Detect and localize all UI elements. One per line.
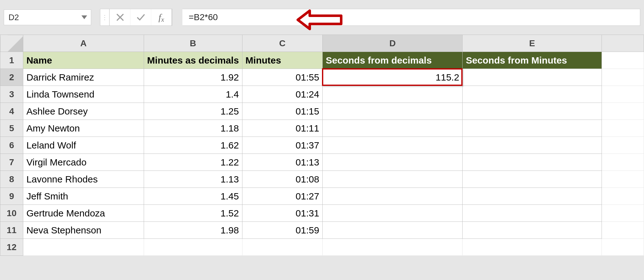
col-header-C[interactable]: C — [242, 35, 322, 52]
cell-dec[interactable]: 1.62 — [144, 137, 242, 154]
cell-dec[interactable]: 1.52 — [144, 205, 242, 222]
spreadsheet-grid[interactable]: A B C D E 1 Name Minutes as decimals Min… — [0, 35, 644, 256]
cell-blank[interactable] — [602, 137, 644, 154]
cell-sec-min[interactable] — [463, 205, 602, 222]
header-name[interactable]: Name — [23, 52, 144, 69]
cell-sec-dec[interactable] — [323, 205, 463, 222]
formula-bar-input[interactable]: =B2*60 — [182, 9, 640, 26]
cell-name[interactable]: Darrick Ramirez — [23, 69, 144, 86]
cell-name[interactable]: Gertrude Mendoza — [23, 205, 144, 222]
col-header-B[interactable]: B — [144, 35, 242, 52]
cell-dec[interactable]: 1.98 — [144, 222, 242, 239]
cell-min[interactable]: 01:31 — [242, 205, 322, 222]
cell-blank[interactable] — [323, 239, 463, 256]
cell-blank[interactable] — [23, 239, 144, 256]
cell-dec[interactable]: 1.22 — [144, 154, 242, 171]
cell-sec-dec[interactable] — [323, 137, 463, 154]
cell-min[interactable]: 01:59 — [242, 222, 322, 239]
col-header-E[interactable]: E — [463, 35, 602, 52]
cell-name[interactable]: Virgil Mercado — [23, 154, 144, 171]
cell-dec[interactable]: 1.45 — [144, 188, 242, 205]
row-header[interactable]: 5 — [0, 120, 23, 137]
row-header[interactable]: 4 — [0, 103, 23, 120]
cell-dec[interactable]: 1.25 — [144, 103, 242, 120]
cell-sec-dec[interactable] — [323, 188, 463, 205]
cell-blank[interactable] — [602, 52, 644, 69]
cell-blank[interactable] — [602, 69, 644, 86]
cell-blank[interactable] — [602, 120, 644, 137]
cell-blank[interactable] — [144, 239, 242, 256]
cell-min[interactable]: 01:37 — [242, 137, 322, 154]
cell-sec-dec[interactable] — [323, 171, 463, 188]
col-header-D[interactable]: D — [323, 35, 463, 52]
cell-blank[interactable] — [602, 103, 644, 120]
cell-sec-min[interactable] — [463, 188, 602, 205]
select-all-corner[interactable] — [0, 35, 23, 52]
cell-blank[interactable] — [602, 188, 644, 205]
cell-min[interactable]: 01:55 — [242, 69, 322, 86]
cell-blank[interactable] — [602, 205, 644, 222]
cell-min[interactable]: 01:24 — [242, 86, 322, 103]
expand-formula-bar-icon[interactable]: ⋮ — [100, 9, 110, 25]
cancel-icon[interactable] — [110, 9, 130, 25]
cell-dec[interactable]: 1.13 — [144, 171, 242, 188]
cell-blank[interactable] — [602, 222, 644, 239]
row-header[interactable]: 6 — [0, 137, 23, 154]
col-header-A[interactable]: A — [23, 35, 144, 52]
header-seconds-minutes[interactable]: Seconds from Minutes — [463, 52, 602, 69]
cell-blank[interactable] — [602, 171, 644, 188]
cell-dec[interactable]: 1.18 — [144, 120, 242, 137]
cell-min[interactable]: 01:13 — [242, 154, 322, 171]
name-box-dropdown-icon[interactable] — [81, 15, 87, 19]
cell-blank[interactable] — [602, 86, 644, 103]
row-header[interactable]: 1 — [0, 52, 23, 69]
header-minutes-decimals[interactable]: Minutes as decimals — [144, 52, 242, 69]
cell-dec[interactable]: 1.92 — [144, 69, 242, 86]
cell-min[interactable]: 01:08 — [242, 171, 322, 188]
cell-sec-min[interactable] — [463, 137, 602, 154]
cell-sec-min[interactable] — [463, 171, 602, 188]
cell-sec-dec[interactable] — [323, 103, 463, 120]
cell-min[interactable]: 01:11 — [242, 120, 322, 137]
cell-min[interactable]: 01:15 — [242, 103, 322, 120]
row-header[interactable]: 7 — [0, 154, 23, 171]
cell-sec-min[interactable] — [463, 86, 602, 103]
row-header[interactable]: 9 — [0, 188, 23, 205]
header-seconds-decimals[interactable]: Seconds from decimals — [323, 52, 463, 69]
row-header[interactable]: 12 — [0, 239, 23, 256]
cell-sec-min[interactable] — [463, 69, 602, 86]
cell-blank[interactable] — [242, 239, 322, 256]
cell-sec-min[interactable] — [463, 120, 602, 137]
cell-sec-min[interactable] — [463, 103, 602, 120]
name-box-value: D2 — [8, 13, 19, 22]
cell-name[interactable]: Amy Newton — [23, 120, 144, 137]
cell-sec-dec[interactable] — [323, 154, 463, 171]
insert-function-icon[interactable]: fx — [151, 9, 172, 25]
cell-name[interactable]: Leland Wolf — [23, 137, 144, 154]
cell-name[interactable]: Jeff Smith — [23, 188, 144, 205]
name-box[interactable]: D2 — [4, 9, 91, 25]
cell-name[interactable]: Lavonne Rhodes — [23, 171, 144, 188]
row-header[interactable]: 11 — [0, 222, 23, 239]
row-header[interactable]: 3 — [0, 86, 23, 103]
cell-sec-dec[interactable] — [323, 222, 463, 239]
cell-sec-dec[interactable] — [323, 86, 463, 103]
cell-blank[interactable] — [463, 239, 602, 256]
cell-name[interactable]: Linda Townsend — [23, 86, 144, 103]
cell-blank[interactable] — [602, 239, 644, 256]
header-minutes[interactable]: Minutes — [242, 52, 322, 69]
cell-sec-min[interactable] — [463, 222, 602, 239]
cell-sec-min[interactable] — [463, 154, 602, 171]
cell-sec-dec[interactable] — [323, 120, 463, 137]
row-header[interactable]: 10 — [0, 205, 23, 222]
cell-name[interactable]: Ashlee Dorsey — [23, 103, 144, 120]
cell-min[interactable]: 01:27 — [242, 188, 322, 205]
cell-name[interactable]: Neva Stephenson — [23, 222, 144, 239]
col-header-blank[interactable] — [602, 35, 644, 52]
cell-blank[interactable] — [602, 154, 644, 171]
enter-icon[interactable] — [130, 9, 151, 25]
row-header[interactable]: 2 — [0, 69, 23, 86]
cell-dec[interactable]: 1.4 — [144, 86, 242, 103]
row-header[interactable]: 8 — [0, 171, 23, 188]
cell-sec-dec[interactable]: 115.2 — [323, 69, 463, 86]
